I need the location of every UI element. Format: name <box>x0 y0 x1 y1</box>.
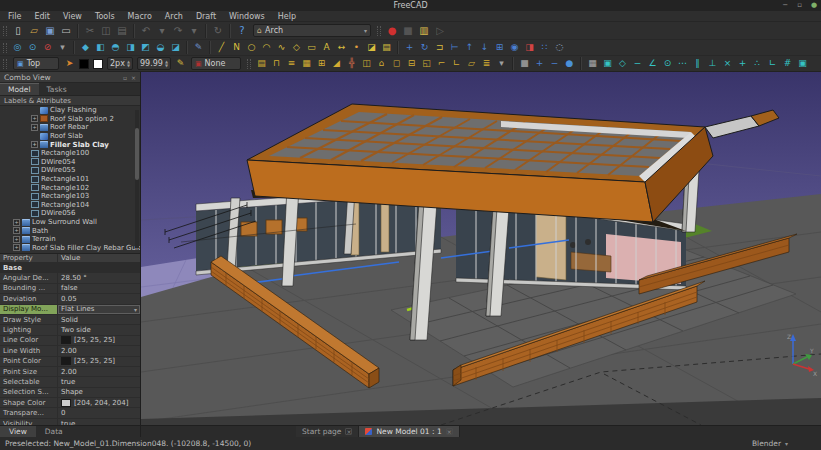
arch-site-button[interactable]: ⌂ <box>375 57 388 70</box>
draft-dimension-button[interactable]: ↔ <box>335 41 348 54</box>
tree-item-roof-slab-filler-clay-rebar-guide[interactable]: Roof Slab Filler Clay Rebar Guide <box>0 244 140 253</box>
snap-working-plane-button[interactable]: ▣ <box>796 57 809 70</box>
color-swatch[interactable] <box>61 399 71 407</box>
tab-start-page[interactable]: Start page <box>296 426 359 437</box>
arch-connector-button[interactable]: ∟ <box>450 57 463 70</box>
undo-dropdown[interactable]: ▾ <box>155 24 169 38</box>
toolbar-grip[interactable] <box>247 59 251 69</box>
arch-add-component-button[interactable]: + <box>533 57 546 70</box>
tree-item-clay-flashing[interactable]: Clay Flashing <box>0 106 140 115</box>
copy-button[interactable]: ◫ <box>99 24 113 38</box>
dropdown-caret-icon[interactable] <box>134 306 137 313</box>
expander-icon[interactable] <box>31 124 38 131</box>
3d-viewport[interactable]: Z Y X <box>141 72 821 425</box>
expander-icon[interactable] <box>13 244 20 251</box>
tree-item-bath[interactable]: Bath <box>0 226 140 235</box>
draft-circle-button[interactable]: ○ <box>245 41 258 54</box>
arch-curtain-wall-button[interactable]: ▦ <box>300 57 313 70</box>
macro-edit-button[interactable]: ▥ <box>417 24 431 38</box>
expander-icon[interactable] <box>13 227 20 234</box>
tree-item-rectangle104[interactable]: Rectangle104 <box>0 201 140 210</box>
tree-item-dwire056[interactable]: DWire056 <box>0 209 140 218</box>
close-tab-icon[interactable] <box>446 428 453 435</box>
view-isometric-button[interactable]: ◆ <box>79 41 92 54</box>
property-display-mode[interactable]: Display Mo... Flat Lines <box>0 305 140 315</box>
paste-button[interactable]: ▤ <box>115 24 129 38</box>
property-selectable[interactable]: Selectable true <box>0 377 140 387</box>
property-group-base[interactable]: Base <box>0 263 140 273</box>
float-panel-icon[interactable]: ▫ <box>123 74 127 81</box>
apply-style-button[interactable]: ✎ <box>174 57 187 70</box>
snap-endpoint-button[interactable]: ◇ <box>616 57 629 70</box>
View[interactable]: View <box>0 426 36 437</box>
draft-style-arrow-icon[interactable]: ➤ <box>63 57 76 70</box>
property-line-width[interactable]: Line Width 2.00 <box>0 346 140 356</box>
tree-item-rectangle103[interactable]: Rectangle103 <box>0 192 140 201</box>
property-angular-deflection[interactable]: Angular De... 28.50 ° <box>0 273 140 283</box>
snap-extension-button[interactable]: ⋯ <box>676 57 689 70</box>
expander-icon[interactable] <box>31 141 38 148</box>
Model[interactable]: Model <box>0 83 39 95</box>
snap-midpoint-button[interactable]: − <box>631 57 644 70</box>
snap-near-button[interactable]: ∴ <box>751 57 764 70</box>
arch-wall-button[interactable]: ▤ <box>255 57 268 70</box>
arch-survey-button[interactable]: ● <box>563 57 576 70</box>
arch-pipe-button[interactable]: ⌐ <box>435 57 448 70</box>
snap-angle-button[interactable]: ∠ <box>646 57 659 70</box>
snap-lock-button[interactable]: ▣ <box>601 57 614 70</box>
arch-section-plane-button[interactable]: ◫ <box>360 57 373 70</box>
snap-perpendicular-button[interactable]: ⊥ <box>706 57 719 70</box>
redo-dropdown[interactable]: ▾ <box>187 24 201 38</box>
toolbar-grip[interactable] <box>377 26 381 36</box>
arch-window-button[interactable]: ⊞ <box>315 57 328 70</box>
draft-to-sketch-button[interactable]: ◨ <box>523 41 536 54</box>
draft-facebinder-button[interactable]: ◪ <box>365 41 378 54</box>
draft-clone-button[interactable]: ◌ <box>553 41 566 54</box>
minimize-button[interactable]: − <box>782 0 788 11</box>
close-tab-icon[interactable] <box>345 428 352 435</box>
view-left-button[interactable]: ◪ <box>169 41 182 54</box>
Tasks[interactable]: Tasks <box>39 83 75 95</box>
Data[interactable]: Data <box>36 426 72 437</box>
save-file-button[interactable]: ▣ <box>43 24 57 38</box>
arch-panel-button[interactable]: ▱ <box>465 57 478 70</box>
view-front-button[interactable]: ◧ <box>94 41 107 54</box>
tab-new-model[interactable]: New Model 01 : 1 <box>359 426 459 437</box>
macro-play-button[interactable]: ▷ <box>433 24 447 38</box>
Tools[interactable]: Tools <box>95 12 115 21</box>
draw-style-button[interactable]: ⊘ <box>41 41 54 54</box>
View[interactable]: View <box>63 12 82 21</box>
draft-shape2dview-button[interactable]: ◉ <box>508 41 521 54</box>
expander-icon[interactable] <box>13 219 20 226</box>
arch-remove-component-button[interactable]: − <box>548 57 561 70</box>
draft-upgrade-button[interactable]: ↑ <box>463 41 476 54</box>
draft-rotate-button[interactable]: ↻ <box>418 41 431 54</box>
property-transparency[interactable]: Transpare... 0 <box>0 408 140 418</box>
draw-style-dropdown[interactable]: ▾ <box>56 41 69 54</box>
arch-ifc-button[interactable]: ■ <box>518 57 531 70</box>
tree-item-dwire054[interactable]: DWire054 <box>0 158 140 167</box>
color-swatch[interactable] <box>61 357 71 365</box>
spinner-arrows-icon[interactable]: ▲▼ <box>127 60 130 68</box>
spinner-arrows-icon[interactable]: ▲▼ <box>165 60 168 68</box>
macro-stop-button[interactable]: ■ <box>401 24 415 38</box>
Help[interactable]: Help <box>278 12 296 21</box>
tree-item-rectangle102[interactable]: Rectangle102 <box>0 183 140 192</box>
face-color-swatch[interactable] <box>93 59 103 69</box>
tree-item-roof-slab-option-2[interactable]: Roof Slab option 2 <box>0 115 140 124</box>
arch-reference-button[interactable]: ◱ <box>420 57 433 70</box>
draft-text-button[interactable]: A <box>320 41 333 54</box>
arch-roof-button[interactable]: ◢ <box>330 57 343 70</box>
tree-item-dwire055[interactable]: DWire055 <box>0 166 140 175</box>
arch-structure-button[interactable]: ⊓ <box>270 57 283 70</box>
draft-array-button[interactable]: ∷ <box>538 41 551 54</box>
property-shape-color[interactable]: Shape Color [204, 204, 204] <box>0 398 140 408</box>
draft-move-button[interactable]: + <box>403 41 416 54</box>
arch-axis-button[interactable]: ╬ <box>345 57 358 70</box>
expander-icon[interactable] <box>31 115 38 122</box>
macro-record-button[interactable]: ● <box>385 24 399 38</box>
snap-special-button[interactable]: + <box>736 57 749 70</box>
close-button[interactable]: ● <box>811 0 817 11</box>
Draft[interactable]: Draft <box>196 12 216 21</box>
autogroup-selector[interactable]: ▣ None <box>191 57 241 70</box>
